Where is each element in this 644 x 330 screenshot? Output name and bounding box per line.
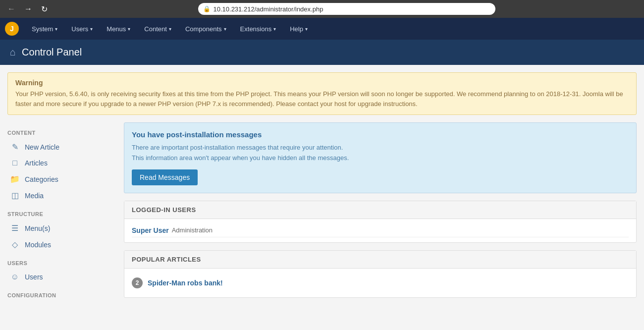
logged-in-users-header: LOGGED-IN USERS xyxy=(124,201,636,219)
post-install-text1: There are important post-installation me… xyxy=(132,143,629,153)
warning-title: Warning xyxy=(15,79,629,87)
sidebar-item-label: Modules xyxy=(25,241,51,249)
refresh-button[interactable]: ↻ xyxy=(39,3,50,15)
sidebar-section-users: USERS xyxy=(7,253,116,269)
right-panel: You have post-installation messages Ther… xyxy=(124,122,637,305)
sidebar-item-modules[interactable]: ◇ Modules xyxy=(7,236,116,253)
page-header: ⌂ Control Panel xyxy=(0,40,644,65)
home-icon: ⌂ xyxy=(10,47,16,58)
article-title-link[interactable]: Spider-Man robs bank! xyxy=(148,279,223,287)
sidebar: CONTENT ✎ New Article □ Articles 📁 Categ… xyxy=(7,122,116,305)
post-install-text2: This information area won't appear when … xyxy=(132,153,629,164)
top-navigation: J System ▾ Users ▾ Menus ▾ Content ▾ Com… xyxy=(0,18,644,40)
menu-icon: ☰ xyxy=(10,223,20,233)
joomla-logo[interactable]: J xyxy=(5,22,19,36)
warning-banner: Warning Your PHP version, 5.6.40, is onl… xyxy=(7,72,637,115)
back-button[interactable]: ← xyxy=(5,3,18,14)
nav-content[interactable]: Content ▾ xyxy=(138,22,177,36)
sidebar-item-users[interactable]: ☺ Users xyxy=(7,269,116,285)
logged-user-role: Administration xyxy=(172,226,213,234)
chevron-down-icon: ▾ xyxy=(273,26,276,32)
read-messages-button[interactable]: Read Messages xyxy=(132,169,198,185)
post-install-title: You have post-installation messages xyxy=(132,130,629,139)
address-bar[interactable]: 🔒 10.10.231.212/administrator/index.php xyxy=(198,3,495,15)
article-item: 2 Spider-Man robs bank! xyxy=(132,274,629,292)
articles-icon: □ xyxy=(10,159,20,167)
sidebar-item-menus[interactable]: ☰ Menu(s) xyxy=(7,220,116,236)
sidebar-item-label: Categories xyxy=(25,175,58,183)
nav-system[interactable]: System ▾ xyxy=(26,22,63,36)
folder-icon: 📁 xyxy=(10,174,20,184)
logged-user-row: Super User Administration xyxy=(132,224,629,237)
chevron-down-icon: ▾ xyxy=(224,26,226,32)
url-text: 10.10.231.212/administrator/index.php xyxy=(214,5,323,13)
nav-help[interactable]: Help ▾ xyxy=(284,22,314,36)
modules-icon: ◇ xyxy=(10,240,20,249)
sidebar-item-new-article[interactable]: ✎ New Article xyxy=(7,139,116,155)
warning-text: Your PHP version, 5.6.40, is only receiv… xyxy=(15,89,629,109)
chevron-down-icon: ▾ xyxy=(169,26,171,32)
forward-button[interactable]: → xyxy=(22,3,35,14)
chevron-down-icon: ▾ xyxy=(128,26,130,32)
media-icon: ◫ xyxy=(10,191,20,200)
chevron-down-icon: ▾ xyxy=(55,26,57,32)
logged-in-users-body: Super User Administration xyxy=(124,219,636,242)
chevron-down-icon: ▾ xyxy=(90,26,93,32)
popular-articles-panel: POPULAR ARTICLES 2 Spider-Man robs bank! xyxy=(124,250,637,298)
logged-user-name: Super User xyxy=(132,226,169,234)
logged-in-users-panel: LOGGED-IN USERS Super User Administratio… xyxy=(124,201,637,243)
nav-menus[interactable]: Menus ▾ xyxy=(101,22,136,36)
article-count-badge: 2 xyxy=(132,277,143,288)
sidebar-section-configuration: CONFIGURATION xyxy=(7,285,116,301)
post-install-messages: You have post-installation messages Ther… xyxy=(124,122,637,193)
main-content: CONTENT ✎ New Article □ Articles 📁 Categ… xyxy=(0,122,644,313)
sidebar-item-media[interactable]: ◫ Media xyxy=(7,187,116,204)
sidebar-item-categories[interactable]: 📁 Categories xyxy=(7,171,116,187)
sidebar-item-label: Menu(s) xyxy=(25,224,50,232)
sidebar-item-label: New Article xyxy=(25,143,59,151)
user-icon: ☺ xyxy=(10,273,20,281)
pencil-icon: ✎ xyxy=(10,142,20,152)
page-title: Control Panel xyxy=(22,47,82,58)
nav-extensions[interactable]: Extensions ▾ xyxy=(234,22,282,36)
popular-articles-header: POPULAR ARTICLES xyxy=(124,251,636,269)
sidebar-item-label: Media xyxy=(25,192,44,200)
security-icon: 🔒 xyxy=(203,5,211,12)
nav-users[interactable]: Users ▾ xyxy=(65,22,99,36)
sidebar-item-label: Users xyxy=(25,273,43,281)
sidebar-section-content: CONTENT xyxy=(7,122,116,139)
browser-chrome: ← → ↻ 🔒 10.10.231.212/administrator/inde… xyxy=(0,0,644,18)
sidebar-item-label: Articles xyxy=(25,159,48,167)
chevron-down-icon: ▾ xyxy=(305,26,308,32)
sidebar-item-articles[interactable]: □ Articles xyxy=(7,155,116,171)
joomla-logo-icon: J xyxy=(5,22,19,36)
popular-articles-body: 2 Spider-Man robs bank! xyxy=(124,269,636,297)
sidebar-section-structure: STRUCTURE xyxy=(7,204,116,220)
nav-components[interactable]: Components ▾ xyxy=(179,22,232,36)
